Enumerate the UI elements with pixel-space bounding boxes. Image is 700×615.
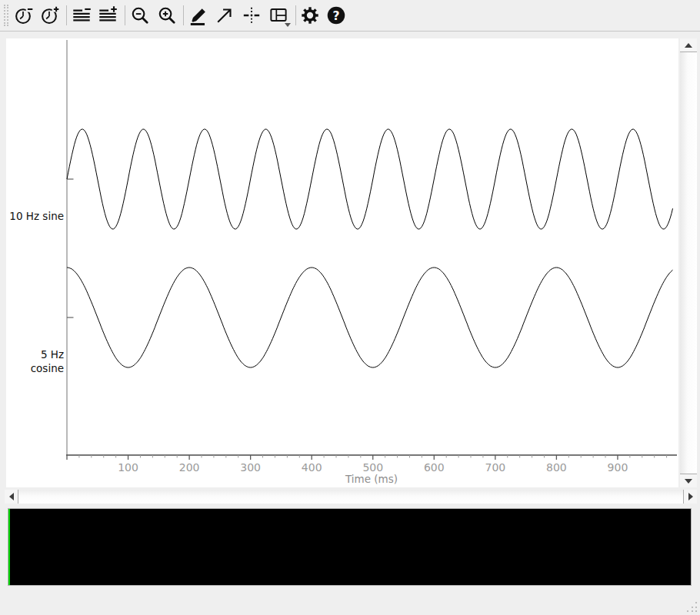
- help-button[interactable]: ?: [324, 3, 348, 28]
- question-mark-icon: ?: [325, 4, 348, 27]
- arrow-up-right-icon: [213, 4, 236, 27]
- svg-text:100: 100: [118, 461, 138, 474]
- clock-plus-icon: [38, 4, 61, 27]
- more-channels-button[interactable]: [95, 3, 120, 28]
- svg-text:600: 600: [424, 461, 445, 474]
- fewer-channels-button[interactable]: [69, 3, 94, 28]
- plot-canvas[interactable]: 100200300400500600700800900: [6, 38, 678, 487]
- horizontal-scrollbar[interactable]: [5, 490, 697, 504]
- triangle-up-icon: [685, 43, 692, 48]
- layout-button[interactable]: [266, 3, 291, 28]
- triangle-down-icon: [685, 479, 692, 484]
- svg-text:300: 300: [240, 461, 261, 474]
- toolbar-drag-handle[interactable]: [7, 5, 8, 26]
- svg-text:900: 900: [608, 461, 628, 474]
- clock-minus-icon: [12, 4, 35, 27]
- svg-text:400: 400: [302, 461, 322, 474]
- scroll-right-button[interactable]: [683, 490, 697, 504]
- scale-up-button[interactable]: [155, 3, 179, 28]
- scale-down-button[interactable]: [128, 3, 152, 28]
- toolbar: ?: [0, 0, 700, 32]
- magnifier-minus-icon: [128, 4, 152, 27]
- triangle-right-icon: [688, 493, 693, 500]
- x-axis-label: Time (ms): [218, 473, 525, 485]
- svg-text:500: 500: [362, 461, 383, 474]
- window-resize-grip[interactable]: [687, 602, 698, 613]
- annotations-button[interactable]: [186, 3, 211, 28]
- toolbar-separator: [183, 5, 184, 25]
- pencil-underline-icon: [187, 4, 210, 27]
- svg-text:700: 700: [485, 461, 505, 474]
- toolbar-separator: [295, 5, 296, 25]
- scroll-down-button[interactable]: [680, 474, 697, 487]
- scroll-up-button[interactable]: [680, 38, 697, 52]
- channel-label-5hz-cosine[interactable]: 5 Hz cosine: [6, 347, 64, 361]
- svg-text:800: 800: [546, 461, 567, 474]
- position-indicator[interactable]: [8, 509, 10, 585]
- decrease-duration-button[interactable]: [11, 3, 35, 28]
- signal-plot-area[interactable]: 100200300400500600700800900 10 Hz sine 5…: [6, 38, 678, 487]
- settings-button[interactable]: [298, 3, 322, 28]
- vertical-scrollbar[interactable]: [680, 38, 697, 487]
- toolbar-separator: [125, 5, 125, 25]
- triangle-left-icon: [9, 493, 14, 500]
- increase-duration-button[interactable]: [37, 3, 62, 28]
- overview-bar[interactable]: [8, 508, 692, 586]
- channel-label-10hz-sine[interactable]: 10 Hz sine: [6, 209, 64, 223]
- toolbar-drag-handle[interactable]: [4, 5, 5, 26]
- lines-plus-icon: [96, 4, 119, 27]
- scroll-left-button[interactable]: [5, 490, 18, 504]
- crosshair-button[interactable]: [239, 3, 264, 28]
- gear-icon: [298, 4, 322, 27]
- svg-text:?: ?: [332, 9, 339, 23]
- toolbar-separator: [66, 5, 67, 25]
- svg-text:200: 200: [179, 461, 200, 474]
- pan-mode-button[interactable]: [212, 3, 237, 28]
- crosshair-icon: [240, 4, 263, 27]
- lines-minus-icon: [70, 4, 93, 27]
- chevron-down-icon: [285, 23, 291, 27]
- magnifier-plus-icon: [155, 4, 178, 27]
